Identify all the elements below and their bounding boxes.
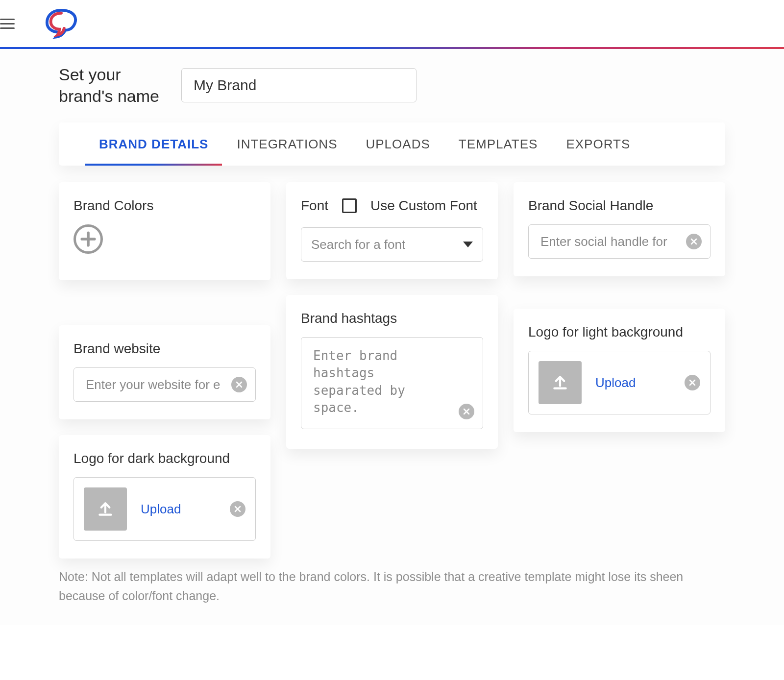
card-title: Brand Social Handle — [528, 198, 710, 214]
card-brand-website: Brand website — [59, 325, 270, 419]
brand-name-input[interactable] — [181, 68, 416, 102]
brand-name-row: Set your brand's name — [59, 64, 725, 107]
card-logo-dark: Logo for dark background Upload — [59, 435, 270, 559]
menu-icon[interactable] — [0, 15, 18, 32]
tab-integrations[interactable]: INTEGRATIONS — [223, 122, 351, 166]
clear-social-icon[interactable] — [686, 234, 702, 249]
tab-label: INTEGRATIONS — [237, 137, 337, 152]
tab-templates[interactable]: TEMPLATES — [445, 122, 552, 166]
card-title: Logo for light background — [528, 324, 710, 340]
clear-logo-dark-icon[interactable] — [230, 501, 245, 517]
font-dropdown[interactable]: Search for a font — [301, 227, 483, 262]
clear-logo-light-icon[interactable] — [685, 375, 700, 390]
add-color-button[interactable] — [74, 224, 103, 254]
font-dropdown-placeholder: Search for a font — [311, 237, 405, 252]
card-title: Logo for dark background — [74, 451, 256, 466]
upload-light-link[interactable]: Upload — [595, 375, 636, 390]
top-bar — [0, 0, 784, 47]
chevron-down-icon — [463, 242, 473, 247]
column-2: Font Use Custom Font Search for a font B… — [286, 182, 498, 449]
clear-website-icon[interactable] — [231, 377, 247, 392]
upload-light-box: Upload — [528, 351, 710, 414]
tab-label: BRAND DETAILS — [99, 137, 208, 152]
brand-name-label: Set your brand's name — [59, 64, 172, 107]
upload-thumb-icon — [539, 361, 582, 404]
upload-dark-link[interactable]: Upload — [141, 502, 181, 517]
use-custom-font-label: Use Custom Font — [370, 198, 477, 214]
card-title: Brand website — [74, 341, 256, 357]
card-logo-light: Logo for light background Upload — [514, 309, 725, 432]
card-title: Brand Colors — [74, 198, 256, 214]
font-label: Font — [301, 198, 328, 214]
column-1: Brand Colors Brand website Logo for dark… — [59, 182, 270, 559]
app-logo — [44, 8, 78, 39]
tab-uploads[interactable]: UPLOADS — [352, 122, 444, 166]
website-input[interactable] — [74, 367, 256, 402]
upload-thumb-icon — [84, 487, 127, 531]
tab-brand-details[interactable]: BRAND DETAILS — [85, 122, 222, 166]
cards-area: Brand Colors Brand website Logo for dark… — [59, 182, 725, 559]
hashtags-input[interactable] — [301, 337, 483, 429]
social-handle-input[interactable] — [528, 224, 710, 259]
card-hashtags: Brand hashtags — [286, 295, 498, 449]
tab-label: EXPORTS — [566, 137, 630, 152]
card-brand-colors: Brand Colors — [59, 182, 270, 280]
footer-note: Note: Not all templates will adapt well … — [59, 567, 725, 606]
tab-label: TEMPLATES — [459, 137, 538, 152]
tabs: BRAND DETAILS INTEGRATIONS UPLOADS TEMPL… — [59, 122, 725, 166]
use-custom-font-checkbox[interactable] — [342, 198, 357, 213]
tab-exports[interactable]: EXPORTS — [552, 122, 644, 166]
card-font: Font Use Custom Font Search for a font — [286, 182, 498, 279]
main-content: Set your brand's name BRAND DETAILS INTE… — [0, 49, 784, 625]
column-3: Brand Social Handle Logo for light backg… — [514, 182, 725, 432]
card-title: Brand hashtags — [301, 311, 483, 326]
card-social-handle: Brand Social Handle — [514, 182, 725, 276]
upload-dark-box: Upload — [74, 477, 256, 541]
tab-label: UPLOADS — [366, 137, 430, 152]
